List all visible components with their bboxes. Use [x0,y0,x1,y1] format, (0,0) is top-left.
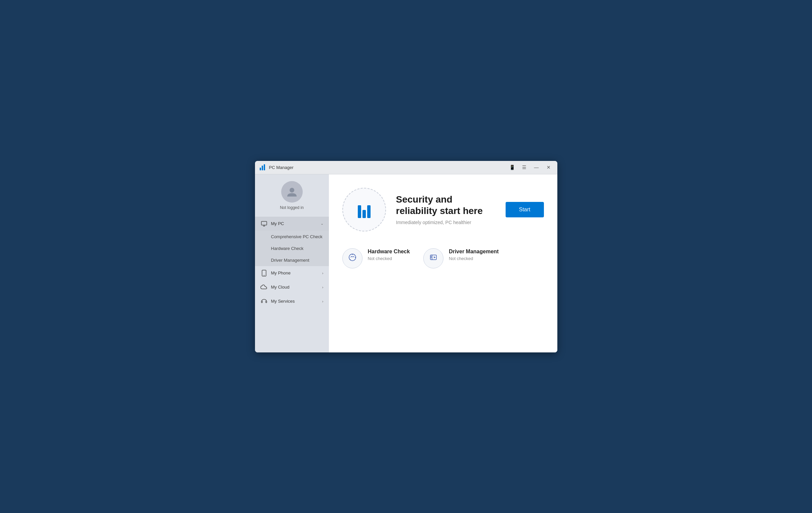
svg-rect-2 [264,164,265,170]
sidebar-item-comprehensive-pc-check[interactable]: Comprehensive PC Check [255,231,329,243]
phone-button[interactable]: 📱 [508,163,517,172]
chevron-right-icon-cloud: › [322,285,323,289]
sidebar: Not logged in My PC ⌄ [255,174,329,352]
user-status-label: Not logged in [280,205,304,210]
driver-management-icon [429,253,438,264]
driver-management-icon-circle [423,248,443,268]
main-layout: Not logged in My PC ⌄ [255,174,557,352]
svg-rect-10 [266,301,267,303]
hardware-check-status: Not checked [368,256,410,261]
driver-management-title: Driver Management [449,248,499,255]
hardware-check-text: Hardware Check Not checked [368,248,410,261]
cloud-icon [260,284,268,291]
hero-title: Security and reliability start here [396,194,496,216]
driver-management-card: Driver Management Not checked [423,248,499,268]
svg-rect-1 [262,166,263,170]
hero-subtitle: Immediately optimized, PC healthier [396,220,496,225]
close-icon: ✕ [547,165,551,170]
chevron-down-icon: ⌄ [320,221,323,226]
start-button[interactable]: Start [505,202,544,217]
hero-section: Security and reliability start here Imme… [342,188,544,231]
my-phone-label: My Phone [271,270,319,276]
app-title: PC Manager [269,165,294,170]
user-section: Not logged in [255,181,329,217]
titlebar-logo: PC Manager [259,164,508,171]
monitor-icon [260,220,268,227]
pcmanager-logo [358,201,371,218]
menu-icon: ☰ [522,165,526,170]
app-window: PC Manager 📱 ☰ — ✕ [255,161,557,352]
close-button[interactable]: ✕ [544,163,553,172]
cards-section: Hardware Check Not checked [342,248,544,268]
headset-icon [260,298,268,305]
svg-point-3 [290,188,294,193]
sidebar-item-my-cloud[interactable]: My Cloud › [255,280,329,294]
logo-bar-2 [362,210,366,218]
sidebar-item-my-pc[interactable]: My PC ⌄ [255,217,329,231]
svg-rect-0 [260,168,261,170]
phone-icon: 📱 [509,165,515,170]
sidebar-item-my-phone[interactable]: My Phone › [255,266,329,280]
titlebar-controls: 📱 ☰ — ✕ [508,163,553,172]
main-content: Security and reliability start here Imme… [329,174,557,352]
my-pc-subnav: Comprehensive PC Check Hardware Check Dr… [255,231,329,266]
svg-rect-9 [261,301,262,303]
app-logo-icon [259,164,266,171]
hardware-check-title: Hardware Check [368,248,410,255]
chevron-right-icon-phone: › [322,271,323,275]
avatar [281,181,303,203]
my-services-label: My Services [271,299,319,304]
nav-section: My PC ⌄ Comprehensive PC Check Hardware … [255,217,329,352]
driver-management-status: Not checked [449,256,499,261]
logo-bar-1 [358,205,361,218]
hero-text: Security and reliability start here Imme… [396,194,496,225]
titlebar: PC Manager 📱 ☰ — ✕ [255,161,557,174]
hardware-check-icon [348,253,357,264]
sidebar-item-my-services[interactable]: My Services › [255,294,329,308]
hardware-check-icon-circle [342,248,362,268]
hero-logo-circle [342,188,386,231]
logo-bar-3 [367,205,371,218]
sidebar-item-driver-management[interactable]: Driver Management [255,254,329,266]
hardware-check-card: Hardware Check Not checked [342,248,410,268]
svg-rect-4 [261,221,267,225]
sidebar-item-hardware-check[interactable]: Hardware Check [255,243,329,254]
chevron-right-icon-services: › [322,299,323,303]
minimize-button[interactable]: — [532,163,541,172]
svg-point-8 [264,275,264,276]
minimize-icon: — [534,165,539,170]
user-avatar-icon [286,186,298,198]
my-pc-label: My PC [271,221,317,226]
phone-nav-icon [260,269,268,277]
menu-button[interactable]: ☰ [520,163,529,172]
driver-management-text: Driver Management Not checked [449,248,499,261]
my-cloud-label: My Cloud [271,285,319,290]
